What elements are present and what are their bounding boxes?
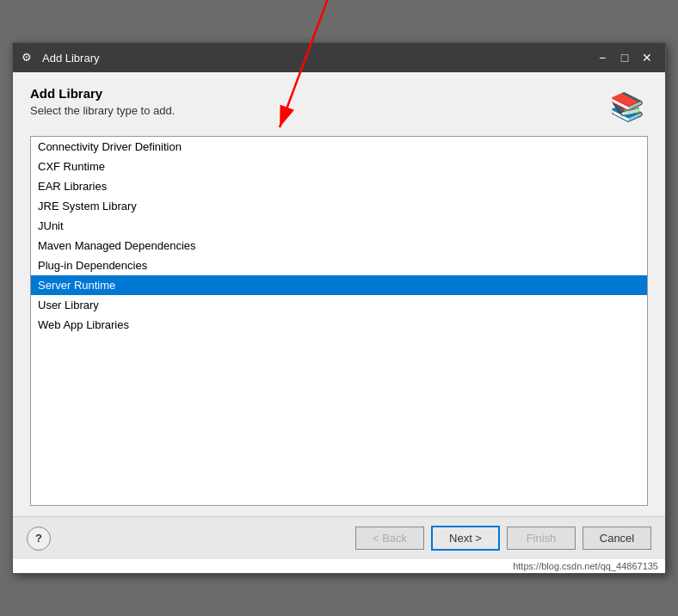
list-item[interactable]: EAR Libraries <box>31 176 647 196</box>
dialog-header-text: Add Library Select the library type to a… <box>30 86 175 117</box>
list-item[interactable]: Maven Managed Dependencies <box>31 236 647 256</box>
back-button[interactable]: < Back <box>355 527 424 550</box>
list-item[interactable]: User Library <box>31 295 647 315</box>
dialog-footer: ? < Back Next > Finish Cancel <box>13 516 665 559</box>
list-item[interactable]: Web App Libraries <box>31 315 647 335</box>
library-type-list[interactable]: Connectivity Driver DefinitionCXF Runtim… <box>30 136 648 506</box>
help-button[interactable]: ? <box>27 527 51 551</box>
dialog-header: Add Library Select the library type to a… <box>30 86 648 127</box>
dialog-subtitle: Select the library type to add. <box>30 104 175 117</box>
list-item[interactable]: Server Runtime <box>31 275 647 295</box>
list-wrapper: Connectivity Driver DefinitionCXF Runtim… <box>30 136 648 506</box>
annotation-arrow <box>82 0 409 153</box>
dialog-title: Add Library <box>30 86 175 101</box>
finish-button[interactable]: Finish <box>507 527 576 550</box>
maximize-button[interactable]: □ <box>615 48 634 67</box>
close-button[interactable]: ✕ <box>638 48 656 67</box>
list-item[interactable]: Plug-in Dependencies <box>31 256 647 275</box>
minimize-button[interactable]: − <box>593 48 612 67</box>
title-bar-controls: − □ ✕ <box>593 48 656 67</box>
cancel-button[interactable]: Cancel <box>582 527 651 550</box>
library-icon: 📚 <box>607 86 648 127</box>
add-library-dialog: ⚙ Add Library − □ ✕ Add Library Select t… <box>12 42 666 574</box>
title-bar: ⚙ Add Library − □ ✕ <box>13 43 665 72</box>
list-item[interactable]: JUnit <box>31 216 647 236</box>
title-bar-text: Add Library <box>42 52 586 65</box>
list-item[interactable]: Connectivity Driver Definition <box>31 137 647 157</box>
list-item[interactable]: CXF Runtime <box>31 157 647 176</box>
url-bar: https://blog.csdn.net/qq_44867135 <box>13 559 665 573</box>
list-item[interactable]: JRE System Library <box>31 196 647 216</box>
dialog-icon: ⚙ <box>22 51 35 65</box>
next-button[interactable]: Next > <box>431 526 500 551</box>
dialog-body: Add Library Select the library type to a… <box>13 72 665 516</box>
